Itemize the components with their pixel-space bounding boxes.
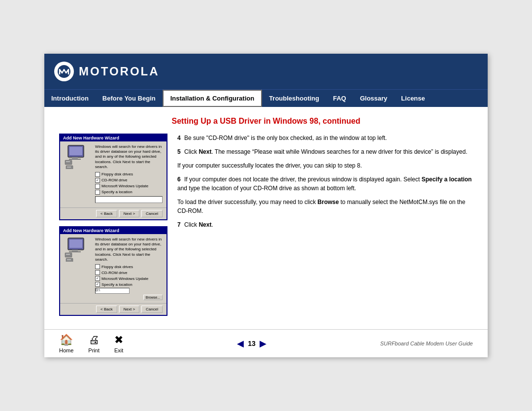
step-6-text-pre: If your computer does not locate the dri… [184, 176, 422, 183]
dialog-1-back-button[interactable]: < Back [96, 210, 117, 217]
dialog-2-buttons: < Back Next > Cancel [60, 303, 166, 315]
dialog-1-textfield[interactable] [95, 196, 163, 203]
home-button[interactable]: 🏠 Home [59, 334, 73, 353]
dialog-2-cb-0: Floppy disk drives [95, 264, 163, 269]
home-icon: 🏠 [60, 334, 73, 346]
step-5: 5 Click Next. The message “Please wait w… [177, 147, 473, 156]
exit-button[interactable]: ✖ Exit [114, 334, 123, 353]
dialog-2-icon [64, 237, 91, 301]
print-icon: 🖨 [89, 334, 100, 346]
dialog-2-cb-1: CD-ROM drive [95, 270, 163, 275]
step-7-bold: Next [199, 221, 211, 228]
step-7: 7 Click Next. [177, 220, 473, 229]
dialog-2-cb-2: ✓ Microsoft Windows Update [95, 276, 163, 281]
dialog-1-cb-2: Microsoft Windows Update [95, 184, 163, 189]
dialog-1: Add New Hardware Wizard [59, 134, 167, 220]
dialog-1-next-button[interactable]: Next > [119, 210, 139, 217]
dialog-1-cb-0: Floppy disk drives [95, 172, 163, 177]
guide-name: SURFboard Cable Modem User Guide [380, 341, 473, 346]
dialog-1-cb-1: ✓ CD-ROM drive [95, 178, 163, 183]
page-container: MOTOROLA Introduction Before You Begin I… [44, 54, 488, 358]
dialog-2: Add New Hardware Wizard [59, 226, 167, 316]
svg-rect-5 [65, 160, 72, 165]
footer: 🏠 Home 🖨 Print ✖ Exit ◀ 13 ▶ SURFboard C… [44, 329, 488, 357]
dialog-2-body: Windows will search for new drivers in i… [60, 234, 166, 304]
dialog-1-desc: Windows will search for new drivers in i… [95, 144, 163, 170]
svg-rect-13 [65, 253, 72, 257]
motorola-icon [57, 65, 71, 78]
svg-rect-16 [67, 259, 71, 260]
svg-rect-3 [72, 157, 78, 159]
print-button[interactable]: 🖨 Print [88, 334, 100, 353]
svg-rect-14 [66, 254, 70, 255]
nav-item-troubleshooting[interactable]: Troubleshooting [262, 90, 326, 107]
dialog-2-next-button[interactable]: Next > [119, 306, 139, 313]
nav-bar: Introduction Before You Begin Installati… [44, 89, 488, 107]
svg-rect-6 [66, 161, 70, 162]
computer-wizard-icon-2 [64, 237, 91, 262]
step-browse-text-pre: To load the driver successfully, you may… [177, 199, 318, 206]
dialog-2-browse-field[interactable]: D:\ [95, 288, 130, 294]
step-4: 4 Be sure "CD-ROM drive" is the only box… [177, 134, 473, 142]
svg-rect-8 [67, 167, 71, 168]
dialog-2-titlebar: Add New Hardware Wizard [60, 227, 166, 234]
svg-rect-12 [69, 251, 81, 252]
step-skip-text: If your computer successfully locates th… [177, 162, 362, 169]
exit-label: Exit [114, 347, 123, 353]
logo-text: MOTOROLA [79, 65, 160, 78]
step-7-number: 7 [177, 221, 181, 228]
home-label: Home [59, 347, 73, 353]
dialog-2-cancel-button[interactable]: Cancel [141, 306, 163, 313]
nav-item-installation[interactable]: Installation & Configuration [163, 90, 262, 107]
nav-item-faq[interactable]: FAQ [326, 90, 353, 107]
step-5-bold: Next [199, 148, 211, 155]
dialog-2-cb-3: ✓ Specify a location [95, 282, 163, 287]
dialog-1-titlebar: Add New Hardware Wizard [60, 135, 166, 141]
page-title: Setting Up a USB Driver in Windows 98, c… [59, 117, 473, 126]
footer-center: ◀ 13 ▶ [237, 338, 266, 349]
dialog-1-text-area: Windows will search for new drivers in i… [95, 144, 163, 205]
svg-rect-4 [69, 159, 81, 160]
step-7-text-pre: Click [184, 221, 199, 228]
step-6: 6 If your computer does not locate the d… [177, 175, 473, 193]
svg-rect-2 [69, 147, 82, 155]
two-column-layout: Add New Hardware Wizard [59, 134, 473, 322]
exit-icon: ✖ [114, 334, 123, 346]
dialog-2-desc: Windows will search for new drivers in i… [95, 237, 163, 263]
step-4-text: Be sure "CD-ROM drive" is the only box c… [184, 135, 387, 141]
page-number: 13 [248, 340, 256, 347]
dialog-1-cb-3: Specify a location [95, 190, 163, 195]
footer-left: 🏠 Home 🖨 Print ✖ Exit [59, 334, 123, 353]
step-5-number: 5 [177, 148, 181, 155]
step-skip: If your computer successfully locates th… [177, 161, 473, 170]
motorola-logo: MOTOROLA [54, 62, 160, 81]
left-column: Add New Hardware Wizard [59, 134, 167, 322]
nav-item-introduction[interactable]: Introduction [44, 90, 96, 107]
step-5-text-pre: Click [184, 148, 199, 155]
print-label: Print [88, 347, 100, 353]
dialog-1-cancel-button[interactable]: Cancel [141, 210, 163, 217]
nav-item-glossary[interactable]: Glossary [353, 90, 395, 107]
dialog-2-text-area: Windows will search for new drivers in i… [95, 237, 163, 301]
svg-rect-10 [69, 240, 82, 248]
step-7-text-post: . [211, 221, 213, 228]
header: MOTOROLA [44, 54, 488, 89]
next-page-arrow[interactable]: ▶ [260, 338, 266, 349]
step-6-text-post: and type the location of your CD-ROM dri… [177, 185, 356, 192]
step-browse-note: To load the driver successfully, you may… [177, 198, 473, 215]
step-browse-bold: Browse [318, 199, 339, 206]
step-6-number: 6 [177, 176, 181, 183]
step-4-number: 4 [177, 135, 181, 141]
svg-rect-11 [72, 250, 78, 251]
dialog-2-browse-row: D:\ [95, 288, 163, 294]
dialog-1-icon [64, 144, 91, 205]
browse-button[interactable]: Browse... [143, 295, 163, 300]
nav-item-before-you-begin[interactable]: Before You Begin [96, 90, 163, 107]
nav-item-license[interactable]: License [394, 90, 432, 107]
content-area: Setting Up a USB Driver in Windows 98, c… [44, 107, 488, 330]
step-5-text-post: . The message “Please wait while Windows… [211, 148, 467, 155]
right-column: 4 Be sure "CD-ROM drive" is the only box… [177, 134, 473, 322]
dialog-2-back-button[interactable]: < Back [96, 306, 117, 313]
logo-circle [54, 62, 74, 81]
prev-page-arrow[interactable]: ◀ [237, 338, 244, 349]
